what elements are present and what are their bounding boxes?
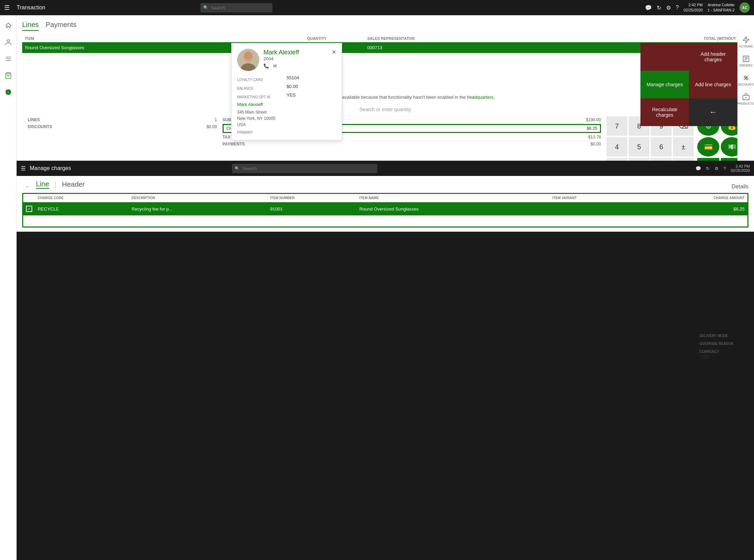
current-date: 02/25/2020 — [684, 8, 703, 13]
top-bar: ☰ Transaction 🔍 💬 ↻ ⚙ ? 2:42 PM 02/25/20… — [0, 0, 754, 15]
search-input[interactable] — [200, 3, 272, 12]
settings-icon[interactable]: ⚙ — [666, 5, 671, 11]
search-icon: 🔍 — [203, 5, 208, 10]
user-name: Andrew Collette — [708, 2, 735, 8]
refresh-icon[interactable]: ↻ — [657, 5, 661, 11]
time-block: 2:42 PM 02/25/2020 — [684, 2, 703, 13]
user-store: 1 - SANFRAN-2 — [708, 8, 735, 13]
search-wrap: 🔍 — [200, 3, 339, 12]
chat-icon[interactable]: 💬 — [645, 5, 652, 11]
top-bar-right: 💬 ↻ ⚙ ? 2:42 PM 02/25/2020 Andrew Collet… — [645, 2, 750, 13]
menu-icon[interactable]: ☰ — [4, 4, 10, 11]
current-time: 2:42 PM — [684, 2, 703, 8]
help-icon[interactable]: ? — [676, 5, 679, 11]
avatar: AC — [739, 2, 750, 13]
user-block: Andrew Collette 1 - SANFRAN-2 — [708, 2, 735, 13]
app-title: Transaction — [17, 5, 45, 11]
